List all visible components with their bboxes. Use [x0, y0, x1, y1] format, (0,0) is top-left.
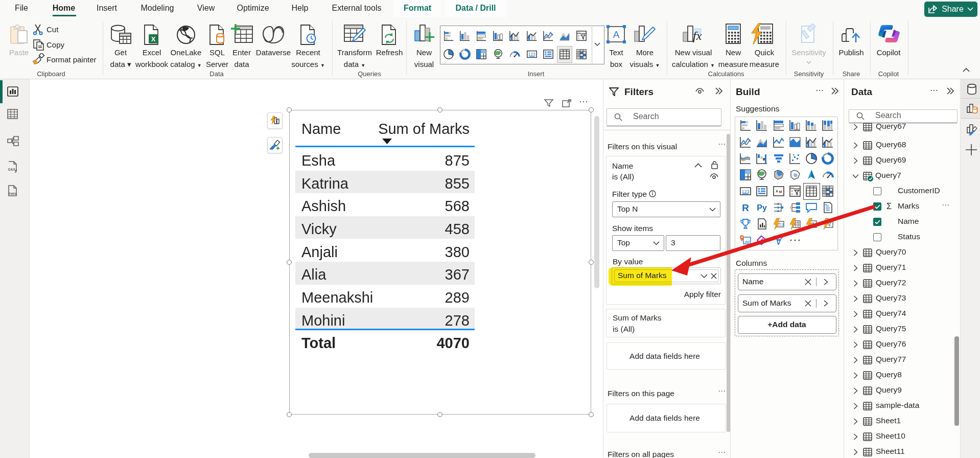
svg-text:123: 123 [528, 52, 535, 57]
svg-text:TMDL: TMDL [9, 192, 17, 195]
svg-text:X: X [151, 35, 156, 43]
svg-text:A: A [613, 29, 620, 40]
svg-text:DAX: DAX [8, 168, 15, 171]
svg-text:R: R [742, 202, 749, 213]
svg-text:123: 123 [741, 189, 749, 194]
svg-text:fx: fx [693, 29, 702, 42]
svg-text:Py: Py [757, 203, 767, 212]
svg-text:A: A [811, 222, 815, 227]
